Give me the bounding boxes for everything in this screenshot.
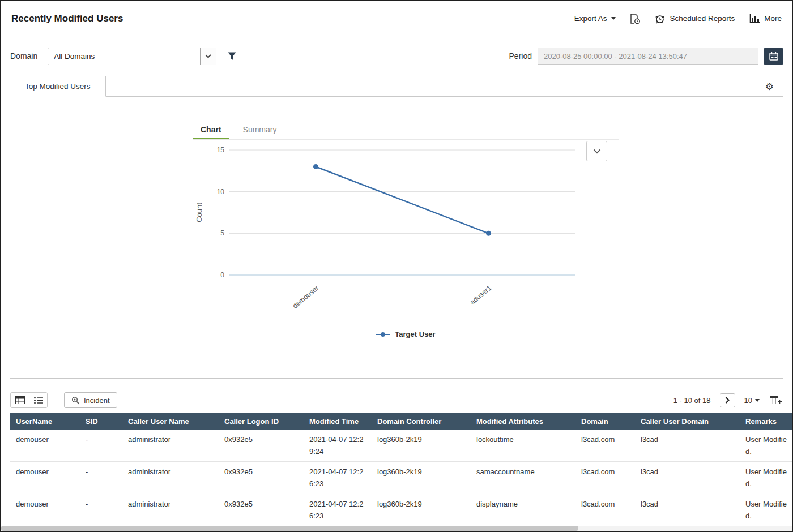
chevron-down-icon [200, 48, 216, 65]
svg-text:Count: Count [195, 203, 203, 222]
legend-label: Target User [395, 330, 435, 338]
table-section: Incident 1 - 10 of 18 10 [1, 387, 792, 526]
column-header[interactable]: Modified Attributes [471, 413, 575, 430]
table-grid-icon [15, 396, 25, 404]
table-cell: User Modified. [740, 430, 792, 462]
column-header[interactable]: SID [80, 413, 122, 430]
incident-icon [71, 396, 80, 405]
period-filter: Period [509, 48, 783, 65]
scheduled-reports-button[interactable]: Scheduled Reports [655, 14, 735, 24]
export-schedule-icon[interactable] [630, 14, 640, 24]
domain-select-value: All Domains [48, 48, 200, 65]
table-cell: lockouttime [471, 430, 575, 462]
column-header[interactable]: Domain Controller [372, 413, 471, 430]
table-cell: - [80, 462, 122, 494]
table-cell: displayname [471, 494, 575, 526]
table-cell: User Modified. [740, 494, 792, 526]
table-cell: administrator [122, 430, 219, 462]
table-header-row: UserNameSIDCaller User NameCaller Logon … [10, 413, 792, 430]
table-cell: log360b-2k19 [372, 430, 471, 462]
more-button[interactable]: More [749, 14, 782, 23]
svg-text:0: 0 [220, 271, 224, 279]
panel-body: Chart Summary 051015Countdemouseraduser1… [10, 97, 783, 338]
calendar-button[interactable] [764, 48, 783, 65]
table-cell: demouser [10, 462, 80, 494]
table-cell: 0x932e5 [219, 430, 304, 462]
table-cell: 0x932e5 [219, 462, 304, 494]
page-title: Recently Modified Users [11, 13, 123, 24]
pagination-info: 1 - 10 of 18 [673, 396, 711, 405]
table-row[interactable]: demouser-administrator0x932e52021-04-07 … [10, 430, 792, 462]
toolbar-divider [56, 394, 56, 406]
tab-summary[interactable]: Summary [235, 121, 285, 139]
table-cell: l3cad [635, 462, 740, 494]
svg-text:5: 5 [220, 229, 224, 237]
add-column-button[interactable] [769, 395, 783, 406]
chart-area: Chart Summary 051015Countdemouseraduser1… [193, 121, 619, 338]
app-window: Recently Modified Users Export As [0, 0, 793, 532]
table-cell: administrator [122, 494, 219, 526]
more-label: More [764, 14, 782, 23]
grid-view-button[interactable] [11, 393, 29, 407]
topbar-actions: Export As [574, 14, 782, 24]
tab-top-modified-users[interactable]: Top Modified Users [10, 76, 106, 97]
table-row[interactable]: demouser-administrator0x932e52021-04-07 … [10, 462, 792, 494]
export-as-button[interactable]: Export As [574, 14, 616, 23]
table-cell: - [80, 430, 122, 462]
svg-text:demouser: demouser [291, 284, 321, 310]
table-cell: 0x932e5 [219, 494, 304, 526]
table-cell: l3cad.com [575, 494, 635, 526]
table-cell: log360b-2k19 [372, 462, 471, 494]
next-page-button[interactable] [720, 393, 735, 407]
column-header[interactable]: Caller Logon ID [219, 413, 304, 430]
export-as-label: Export As [574, 14, 607, 23]
panel-tab-bar: Top Modified Users ⚙ [10, 76, 783, 97]
column-header[interactable]: Remarks [740, 413, 792, 430]
report-panel: Top Modified Users ⚙ Chart Summary 05101… [10, 76, 783, 379]
page-size-value: 10 [744, 396, 752, 405]
filter-bar: Domain All Domains Period [1, 36, 792, 76]
alarm-icon [655, 14, 665, 24]
table-toolbar: Incident 1 - 10 of 18 10 [1, 387, 792, 413]
add-column-icon [770, 396, 782, 405]
table-row[interactable]: demouser-administrator0x932e52021-04-07 … [10, 494, 792, 526]
period-input[interactable] [538, 48, 758, 65]
table-wrap: UserNameSIDCaller User NameCaller Logon … [1, 413, 792, 526]
list-view-button[interactable] [29, 393, 47, 407]
svg-text:10: 10 [217, 188, 225, 196]
scrollbar-thumb[interactable] [1, 526, 578, 531]
toolbar-left: Incident [10, 392, 117, 408]
column-header[interactable]: Modified Time [304, 413, 372, 430]
table-cell: samaccountname [471, 462, 575, 494]
column-header[interactable]: Domain [575, 413, 635, 430]
list-icon [34, 397, 43, 404]
toolbar-right: 1 - 10 of 18 10 [673, 393, 783, 407]
filter-funnel-icon[interactable] [227, 51, 237, 62]
period-label: Period [509, 52, 532, 61]
domain-label: Domain [10, 52, 37, 61]
column-header[interactable]: UserName [10, 413, 80, 430]
domain-select[interactable]: All Domains [48, 48, 216, 65]
incident-button[interactable]: Incident [64, 392, 117, 408]
table-cell: demouser [10, 494, 80, 526]
table-cell: l3cad.com [575, 430, 635, 462]
horizontal-scrollbar[interactable] [1, 526, 792, 531]
topbar: Recently Modified Users Export As [1, 1, 792, 36]
svg-text:15: 15 [217, 146, 225, 154]
calendar-icon [769, 52, 778, 61]
caret-down-icon [755, 399, 760, 402]
tab-chart[interactable]: Chart [193, 121, 229, 139]
chart-legend[interactable]: Target User [193, 330, 619, 338]
chart-options-button[interactable] [586, 141, 607, 161]
page-size-dropdown[interactable]: 10 [744, 396, 760, 405]
view-toggle [10, 392, 48, 408]
table-cell: User Modified. [740, 462, 792, 494]
column-header[interactable]: Caller User Name [122, 413, 219, 430]
chevron-down-icon [593, 149, 601, 154]
chart-view-tabs: Chart Summary [193, 121, 619, 140]
column-header[interactable]: Caller User Domain [635, 413, 740, 430]
table-cell: 2021-04-07 12:29:24 [304, 430, 372, 462]
gear-icon[interactable]: ⚙ [765, 81, 774, 91]
domain-filter: Domain All Domains [10, 48, 237, 65]
table-cell: l3cad [635, 430, 740, 462]
